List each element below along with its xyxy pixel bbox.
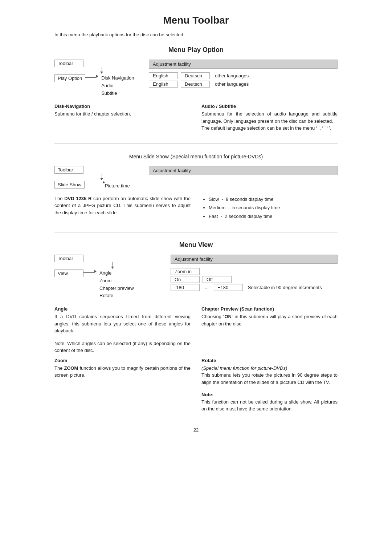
slide-show-section: Menu Slide Show (Special menu function f…: [54, 153, 338, 220]
menu-view-section: Menu View Toolbar View Angle Zoom Chapte…: [54, 241, 338, 413]
bullet-medium: Medium - 5 seconds display time: [209, 203, 338, 212]
off-cell: Off: [203, 276, 232, 283]
ellipsis-cell: ...: [203, 284, 211, 291]
note-label: Note:: [201, 391, 338, 398]
rotate-subheading: (Special menu function for picture-DVDs): [201, 365, 338, 372]
rotate-desc: Rotate (Special menu function for pictur…: [201, 358, 338, 413]
zoom-in-cell: Zoom in: [171, 268, 200, 275]
audio-row: English Deutsch other languages: [149, 72, 338, 79]
play-option-connector: Play Option Disk Navigation Audio Subtit…: [54, 74, 142, 97]
slide-show-desc-left: The DVD 1235 R can perform an automatic …: [54, 195, 191, 220]
rotate-note: Selectable in 90 degree increments: [246, 284, 324, 291]
view-desc-row-1: Angle If a DVD contains sequences filmed…: [54, 306, 338, 354]
audio-subtitle-desc: Audio / Subtitle Submenus for the select…: [201, 104, 338, 132]
page-number: 22: [54, 427, 338, 433]
zoom-item: Zoom: [99, 277, 134, 285]
view-adj-controls: Zoom in On Off -180 ... +180 Selectable …: [171, 266, 338, 293]
view-subitems: Angle Zoom Chapter preview Rotate: [99, 270, 134, 300]
bullet-medium-value: 5 seconds display time: [232, 205, 280, 210]
zoom-in-row: Zoom in: [171, 268, 338, 275]
view-desc-row-2: Zoom The ZOOM function allows you to mag…: [54, 358, 338, 413]
play-option-diagram: Toolbar Play Option Disk Navigation Audi…: [54, 60, 338, 97]
adj-header-2: Adjustment facility: [149, 166, 338, 175]
audio-deutsch: Deutsch: [181, 72, 210, 79]
angle-note: Note: Which angles can be selected (if a…: [54, 340, 191, 354]
arrow-right-3: [83, 270, 97, 273]
arrow-right-2: [85, 181, 105, 184]
audio-subtitle-text: Submenus for the selection of audio lang…: [201, 110, 338, 132]
subtitle-item: Subtitle: [101, 90, 134, 97]
menu-view-adj: Adjustment facility Zoom in On Off -180 …: [171, 255, 338, 293]
slide-show-heading: Menu Slide Show (Special menu function f…: [54, 153, 338, 160]
arrow-down-1: [62, 67, 142, 74]
chapter-preview-text: Choosing “ON” in this submenu will play …: [201, 313, 338, 327]
adj-table-1: English Deutsch other languages English …: [149, 71, 338, 89]
toolbar-box: Toolbar: [54, 60, 83, 67]
slide-show-bullets: Slow - 8 seconds display time Medium - 5…: [201, 195, 338, 220]
slide-show-text: The DVD 1235 R can perform an automatic …: [54, 195, 191, 216]
disk-nav-heading: Disk-Navigation: [54, 104, 191, 109]
slide-show-tree: Toolbar Slide Show Picture time: [54, 166, 142, 189]
bullet-fast: Fast - 2 seconds display time: [209, 212, 338, 220]
chapter-preview-heading: Chapter Preview (Scan function): [201, 306, 338, 312]
view-connector: View Angle Zoom Chapter preview Rotate: [54, 270, 163, 300]
slide-show-connector: Slide Show Picture time: [54, 181, 142, 189]
slide-show-extra: (Special menu function for picture-DVDs): [171, 154, 263, 159]
play-option-box: Play Option: [54, 74, 85, 82]
zoom-desc: Zoom The ZOOM function allows you to mag…: [54, 358, 191, 413]
bullet-slow: Slow - 8 seconds display time: [209, 195, 338, 203]
audio-item: Audio: [101, 82, 134, 90]
toolbar-box-3: Toolbar: [54, 255, 83, 262]
rotate-heading: Rotate: [201, 358, 338, 363]
minus180-cell: -180: [171, 284, 200, 291]
play-option-heading: Menu Play Option: [54, 46, 338, 54]
slide-show-box: Slide Show: [54, 181, 85, 189]
audio-other: other languages: [213, 73, 251, 79]
chapter-preview-desc: Chapter Preview (Scan function) Choosing…: [201, 306, 338, 354]
bullet-medium-label: Medium: [209, 205, 225, 210]
subtitle-deutsch: Deutsch: [181, 81, 210, 88]
divider-1: [54, 143, 338, 144]
intro-text: In this menu the playback options for th…: [54, 32, 338, 37]
disk-nav-desc: Disk-Navigation Submenu for title / chap…: [54, 104, 191, 132]
menu-view-heading: Menu View: [54, 241, 338, 249]
subtitle-row: English Deutsch other languages: [149, 81, 338, 88]
view-box: View: [54, 270, 83, 277]
menu-view-tree: Toolbar View Angle Zoom Chapter preview …: [54, 255, 163, 300]
page-title: Menu Toolbar: [54, 15, 338, 26]
bullet-slow-value: 8 seconds display time: [226, 197, 274, 202]
rotate-row: -180 ... +180 Selectable in 90 degree in…: [171, 284, 338, 291]
play-option-tree: Toolbar Play Option Disk Navigation Audi…: [54, 60, 142, 97]
adj-header-3: Adjustment facility: [171, 255, 338, 264]
divider-2: [54, 232, 338, 232]
slide-show-bullets-col: Slow - 8 seconds display time Medium - 5…: [201, 195, 338, 220]
bullet-slow-label: Slow: [209, 197, 219, 202]
zoom-bold: ZOOM: [64, 365, 78, 371]
slide-show-descs: The DVD 1235 R can perform an automatic …: [54, 195, 338, 220]
arrow-down-2: [62, 174, 142, 180]
dvd-model-bold: DVD 1235 R: [64, 196, 91, 201]
arrow-down-3: [62, 262, 163, 269]
slide-show-diagram: Toolbar Slide Show Picture time Adjustme…: [54, 166, 338, 189]
audio-subtitle-heading: Audio / Subtitle: [201, 104, 338, 109]
chapter-preview-item: Chapter preview: [99, 285, 134, 292]
note-text: This function can not be called during a…: [201, 398, 338, 413]
on-cell: On: [171, 276, 200, 283]
angle-heading: Angle: [54, 306, 191, 312]
subtitle-english: English: [149, 81, 178, 88]
plus180-cell: +180: [214, 284, 243, 291]
note-bold: Note:: [201, 392, 213, 397]
zoom-text: The ZOOM function allows you to magnify …: [54, 365, 191, 379]
toolbar-box-2: Toolbar: [54, 166, 83, 174]
play-option-adj: Adjustment facility English Deutsch othe…: [149, 60, 338, 89]
chapter-preview-bold: Chapter Preview: [201, 306, 238, 312]
adj-header-1: Adjustment facility: [149, 60, 338, 69]
bullet-fast-value: 2 seconds display time: [225, 214, 273, 219]
play-option-descs: Disk-Navigation Submenu for title / chap…: [54, 104, 338, 132]
angle-desc: Angle If a DVD contains sequences filmed…: [54, 306, 191, 354]
arrow-right-1: [85, 74, 98, 78]
play-option-section: Menu Play Option Toolbar Play Option Dis…: [54, 46, 338, 132]
rotate-text: This submenu lets you rotate the picture…: [201, 372, 338, 386]
on-off-row: On Off: [171, 276, 338, 283]
slide-show-adj: Adjustment facility: [149, 166, 338, 177]
